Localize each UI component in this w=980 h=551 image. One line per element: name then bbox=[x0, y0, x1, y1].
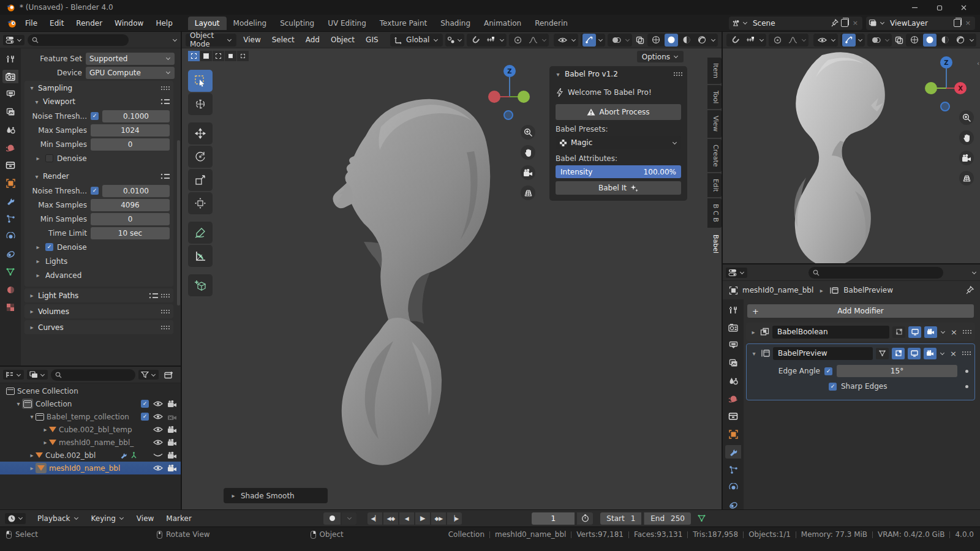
max-samples-field[interactable]: 1024 bbox=[91, 124, 170, 137]
realtime-display-toggle[interactable] bbox=[908, 348, 921, 359]
outliner-row-cube-002-bbl-temp[interactable]: ▸ Cube.002_bbl_temp bbox=[0, 423, 181, 436]
delete-modifier-icon[interactable]: × bbox=[949, 328, 959, 337]
play-button[interactable]: ▶ bbox=[415, 512, 430, 525]
snap-target-icon[interactable] bbox=[744, 34, 757, 47]
preset-list-icon[interactable] bbox=[160, 98, 170, 105]
camera-view-icon[interactable] bbox=[521, 165, 535, 180]
sidebar-tab-edit[interactable]: Edit bbox=[707, 173, 722, 197]
tab-world[interactable] bbox=[725, 392, 741, 405]
preset-list-icon[interactable] bbox=[160, 173, 170, 180]
gizmo-axis-z-neg[interactable] bbox=[503, 110, 513, 120]
collapsed-arrow-icon[interactable]: ▸ bbox=[34, 244, 42, 250]
overlays-toggle-group[interactable] bbox=[867, 34, 892, 47]
viewport-denoise-checkbox[interactable] bbox=[45, 154, 53, 162]
proportional-edit-icon[interactable] bbox=[511, 34, 524, 47]
previous-keyframe-button[interactable]: ◀◆ bbox=[383, 512, 398, 525]
shading-solid-icon[interactable] bbox=[923, 34, 937, 47]
expand-arrow-icon[interactable]: ▾ bbox=[28, 413, 36, 420]
snapping-controls[interactable] bbox=[726, 34, 766, 47]
pin-icon[interactable] bbox=[831, 19, 839, 27]
drag-handle-icon[interactable] bbox=[962, 351, 971, 356]
menu-select[interactable]: Select bbox=[268, 34, 299, 46]
snap-magnet-icon[interactable] bbox=[469, 34, 482, 47]
tab-material[interactable] bbox=[2, 283, 18, 296]
falloff-curve-icon[interactable] bbox=[526, 34, 540, 47]
noise-threshold-checkbox[interactable] bbox=[91, 112, 99, 120]
sidebar-tab-create[interactable]: Create bbox=[707, 139, 722, 173]
pan-hand-icon[interactable] bbox=[959, 130, 974, 145]
sampling-render-header[interactable]: ▾ Render bbox=[24, 170, 173, 183]
next-keyframe-button[interactable]: ◆▶ bbox=[431, 512, 446, 525]
outliner-row-collection[interactable]: ▾ Collection bbox=[0, 397, 181, 410]
intensity-slider[interactable]: Intensity 100.00% bbox=[556, 165, 681, 178]
hide-eye-icon[interactable] bbox=[153, 400, 163, 407]
snap-target-icon[interactable] bbox=[484, 34, 497, 47]
tab-modeling[interactable]: Modeling bbox=[227, 17, 274, 30]
sampling-viewport-header[interactable]: ▾ Viewport bbox=[24, 95, 173, 108]
collapsed-arrow-icon[interactable]: ▸ bbox=[34, 258, 42, 264]
show-on-cage-toggle[interactable] bbox=[876, 348, 889, 359]
modifier-name-field[interactable]: BabelBoolean bbox=[772, 326, 889, 339]
frame-end-field[interactable]: End 250 bbox=[644, 512, 691, 525]
render-camera-icon[interactable] bbox=[167, 465, 177, 472]
tab-scene[interactable] bbox=[2, 123, 18, 137]
show-gizmo-icon[interactable] bbox=[582, 34, 596, 47]
render-camera-icon[interactable] bbox=[167, 439, 177, 446]
outliner-row-cube-002-bbl[interactable]: ▸ Cube.002_bbl bbox=[0, 449, 181, 462]
zoom-icon[interactable] bbox=[521, 125, 535, 140]
curves-panel[interactable]: ▸ Curves bbox=[24, 320, 173, 334]
sidebar-tab-view[interactable]: View bbox=[707, 110, 722, 137]
tool-annotate[interactable] bbox=[188, 222, 213, 244]
menu-gis[interactable]: GIS bbox=[361, 34, 382, 46]
tab-view-layer[interactable] bbox=[2, 105, 18, 119]
blender-menu-icon[interactable] bbox=[5, 18, 18, 28]
add-modifier-button[interactable]: + Add Modifier bbox=[747, 304, 974, 318]
lights-subpanel-label[interactable]: Lights bbox=[45, 257, 67, 266]
options-dropdown[interactable]: Options bbox=[637, 51, 684, 62]
tool-measure[interactable] bbox=[188, 245, 213, 267]
menu-render[interactable]: Render bbox=[70, 17, 108, 29]
select-mode-box[interactable] bbox=[200, 51, 212, 61]
drag-handle-icon[interactable] bbox=[962, 329, 971, 334]
ortho-grid-icon[interactable] bbox=[521, 186, 535, 200]
babel-panel-header[interactable]: ▾ Babel Pro v1.2 bbox=[549, 66, 687, 82]
menu-keying[interactable]: Keying bbox=[87, 512, 129, 525]
properties-scrollbar[interactable] bbox=[177, 140, 180, 305]
tab-constraints[interactable] bbox=[2, 247, 18, 261]
tab-output[interactable] bbox=[2, 88, 18, 101]
3d-viewport[interactable]: Object Mode View Select Add Object GIS G… bbox=[182, 32, 722, 509]
abort-process-button[interactable]: Abort Process bbox=[556, 104, 681, 120]
tab-particles[interactable] bbox=[2, 212, 18, 225]
new-viewlayer-icon[interactable] bbox=[954, 19, 961, 27]
gizmo-axis-z[interactable]: Z bbox=[940, 56, 952, 69]
sharp-edges-checkbox[interactable] bbox=[829, 383, 837, 391]
outliner-editor-type-button[interactable] bbox=[3, 370, 24, 380]
tab-texture-paint[interactable]: Texture Paint bbox=[373, 17, 434, 30]
render-max-samples-field[interactable]: 4096 bbox=[91, 199, 170, 211]
modifier-search-input[interactable] bbox=[809, 267, 943, 279]
min-samples-field[interactable]: 0 bbox=[91, 138, 170, 151]
sidebar-collapse-arrow[interactable]: ‹ bbox=[977, 60, 979, 67]
shading-material-icon[interactable] bbox=[938, 34, 952, 47]
mode-dropdown[interactable]: Object Mode bbox=[186, 34, 236, 47]
render-camera-icon[interactable] bbox=[167, 400, 177, 408]
tool-select-box[interactable] bbox=[188, 70, 213, 92]
visibility-dropdown[interactable] bbox=[554, 34, 578, 47]
edge-angle-checkbox[interactable] bbox=[824, 367, 832, 375]
tab-object[interactable] bbox=[2, 176, 18, 190]
gizmo-axis-y[interactable] bbox=[518, 91, 530, 103]
eye-closed-icon[interactable] bbox=[153, 452, 163, 459]
expand-arrow-icon[interactable]: ▾ bbox=[750, 350, 758, 357]
snap-magnet-icon[interactable] bbox=[728, 34, 742, 47]
render-camera-icon[interactable] bbox=[167, 452, 177, 459]
device-dropdown[interactable]: GPU Compute bbox=[86, 67, 175, 79]
collapsed-arrow-icon[interactable]: ▸ bbox=[34, 272, 42, 279]
gizmo-axis-y-neg[interactable] bbox=[925, 82, 937, 94]
menu-object[interactable]: Object bbox=[326, 34, 359, 46]
sculpted-mesh-object[interactable] bbox=[320, 78, 503, 494]
breadcrumb-object[interactable]: meshId0_name_bbl bbox=[742, 286, 813, 294]
noise-threshold-field[interactable]: 0.1000 bbox=[102, 110, 170, 122]
editor-type-button[interactable] bbox=[3, 35, 24, 45]
secondary-3d-viewport[interactable]: Z X ‹ bbox=[723, 32, 980, 263]
light-paths-panel[interactable]: ▸ Light Paths bbox=[24, 288, 173, 302]
